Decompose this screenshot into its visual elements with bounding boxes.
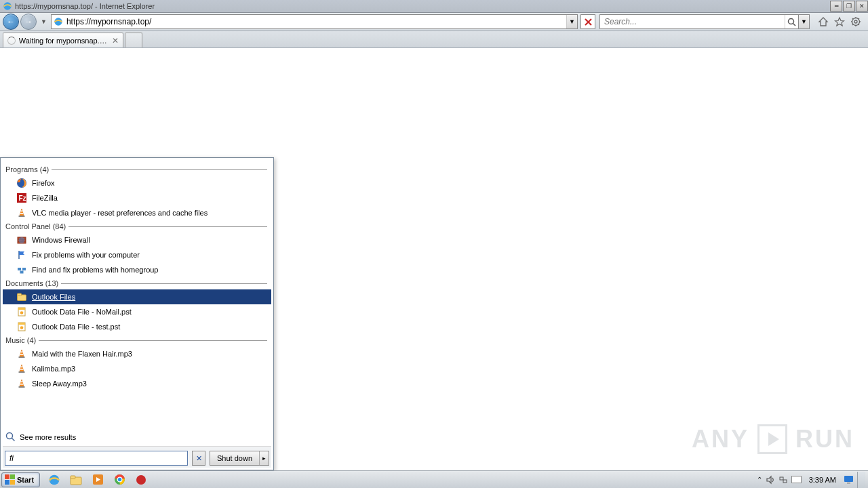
forward-button[interactable]: → — [20, 14, 37, 30]
start-search-input[interactable] — [5, 453, 187, 463]
taskbar-chrome[interactable] — [109, 472, 130, 487]
tab-label: Waiting for mypornsnap.top — [19, 37, 108, 45]
start-search-box[interactable] — [5, 451, 188, 466]
play-icon — [757, 424, 787, 454]
firefox-icon — [16, 178, 27, 188]
start-result-item[interactable]: Maid with the Flaxen Hair.mp3 — [3, 346, 271, 361]
taskbar-ie[interactable] — [44, 472, 64, 487]
window-title: https://mypornsnap.top/ - Internet Explo… — [15, 2, 829, 10]
svg-rect-41 — [20, 354, 24, 355]
start-result-item[interactable]: FzFileZilla — [3, 190, 271, 205]
maximize-button[interactable]: ❐ — [843, 1, 855, 12]
back-button[interactable]: ← — [3, 14, 19, 30]
pst-icon — [16, 306, 27, 317]
homegroup-icon — [16, 264, 27, 275]
start-result-item[interactable]: Firefox — [3, 176, 271, 190]
start-result-item[interactable]: Outlook Files — [3, 289, 271, 304]
search-bar[interactable]: ▼ — [599, 14, 810, 29]
start-button[interactable]: Start — [1, 472, 40, 487]
tray-clock[interactable]: 3:39 AM — [805, 476, 840, 484]
svg-rect-38 — [18, 323, 25, 325]
site-icon — [52, 17, 65, 26]
tab-close-button[interactable]: ✕ — [112, 36, 119, 45]
pst-icon — [16, 321, 27, 332]
browser-tab[interactable]: Waiting for mypornsnap.top ✕ — [3, 33, 123, 47]
ie-icon — [3, 1, 12, 11]
browser-toolbar: ← → ▼ ▼ ▼ — [0, 13, 868, 31]
start-menu: Programs (4)FirefoxFzFileZillaVLC media … — [0, 157, 274, 470]
home-icon[interactable] — [818, 16, 829, 27]
clear-search-button[interactable]: ✕ — [192, 451, 205, 466]
svg-rect-60 — [780, 477, 783, 480]
svg-point-27 — [19, 237, 25, 243]
taskbar: Start ⌃ 3:39 AM — [0, 470, 868, 488]
windows-logo-icon — [5, 474, 15, 485]
search-icon — [5, 432, 16, 442]
firewall-icon — [16, 235, 27, 245]
close-button[interactable]: ✕ — [856, 1, 868, 12]
svg-rect-19 — [21, 211, 23, 212]
search-button[interactable] — [785, 15, 798, 28]
tray-chevron-icon[interactable]: ⌃ — [757, 476, 762, 483]
stop-button[interactable] — [580, 14, 595, 29]
recent-dropdown[interactable]: ▼ — [38, 18, 50, 25]
tab-bar: Waiting for mypornsnap.top ✕ — [0, 31, 868, 48]
svg-rect-31 — [20, 271, 24, 274]
svg-rect-42 — [19, 357, 25, 358]
svg-rect-43 — [21, 367, 23, 368]
flag-icon — [16, 249, 27, 260]
start-section-heading: Documents (13) — [3, 277, 271, 289]
svg-point-58 — [117, 477, 122, 482]
svg-text:Fz: Fz — [19, 195, 26, 202]
taskbar-app[interactable] — [131, 472, 151, 487]
url-input[interactable] — [65, 17, 566, 26]
start-result-item[interactable]: Fix problems with your computer — [3, 247, 271, 262]
start-result-item[interactable]: Find and fix problems with homegroup — [3, 262, 271, 277]
taskbar-media[interactable] — [87, 472, 108, 487]
svg-rect-61 — [783, 480, 787, 483]
shutdown-button[interactable]: Shut down ▸ — [210, 451, 269, 466]
new-tab-button[interactable] — [125, 33, 142, 47]
search-dropdown[interactable]: ▼ — [798, 15, 809, 28]
minimize-button[interactable]: ━ — [830, 1, 842, 12]
svg-rect-44 — [20, 369, 24, 370]
search-input[interactable] — [600, 17, 785, 26]
svg-rect-29 — [18, 268, 21, 270]
svg-rect-63 — [847, 483, 850, 484]
tools-icon[interactable] — [850, 16, 861, 27]
shutdown-options-arrow[interactable]: ▸ — [259, 451, 269, 465]
filezilla-icon: Fz — [16, 192, 27, 203]
tray-network-icon[interactable] — [778, 475, 788, 485]
folder-icon — [16, 291, 27, 302]
vlc-icon — [16, 207, 27, 218]
window-titlebar: https://mypornsnap.top/ - Internet Explo… — [0, 0, 868, 13]
start-result-item[interactable]: Kalimba.mp3 — [3, 361, 271, 376]
start-result-item[interactable]: Sleep Away.mp3 — [3, 376, 271, 391]
start-result-item[interactable]: Windows Firewall — [3, 232, 271, 247]
tray-volume-icon[interactable] — [766, 475, 775, 485]
svg-rect-46 — [21, 382, 23, 383]
start-section-heading: Music (4) — [3, 334, 271, 346]
loading-spinner-icon — [7, 37, 16, 45]
svg-point-36 — [20, 311, 24, 314]
svg-rect-47 — [20, 384, 24, 385]
tray-action-center-icon[interactable] — [791, 476, 802, 483]
favorites-icon[interactable] — [834, 16, 845, 27]
vlc-icon — [16, 378, 27, 389]
start-section-heading: Programs (4) — [3, 163, 271, 176]
svg-point-59 — [136, 475, 146, 485]
address-bar[interactable]: ▼ — [51, 14, 578, 29]
watermark: ANY RUN — [692, 424, 854, 454]
see-more-results[interactable]: See more results — [3, 428, 271, 446]
start-result-item[interactable]: VLC media player - reset preferences and… — [3, 205, 271, 220]
svg-rect-53 — [71, 476, 75, 479]
vlc-icon — [16, 363, 27, 374]
start-result-item[interactable]: Outlook Data File - test.pst — [3, 319, 271, 334]
tray-monitor-icon[interactable] — [844, 475, 854, 484]
show-desktop-button[interactable] — [857, 472, 865, 488]
taskbar-explorer[interactable] — [66, 472, 86, 487]
url-dropdown[interactable]: ▼ — [566, 15, 577, 28]
start-result-item[interactable]: Outlook Data File - NoMail.pst — [3, 304, 271, 319]
svg-rect-30 — [22, 268, 26, 270]
svg-rect-48 — [19, 386, 25, 388]
